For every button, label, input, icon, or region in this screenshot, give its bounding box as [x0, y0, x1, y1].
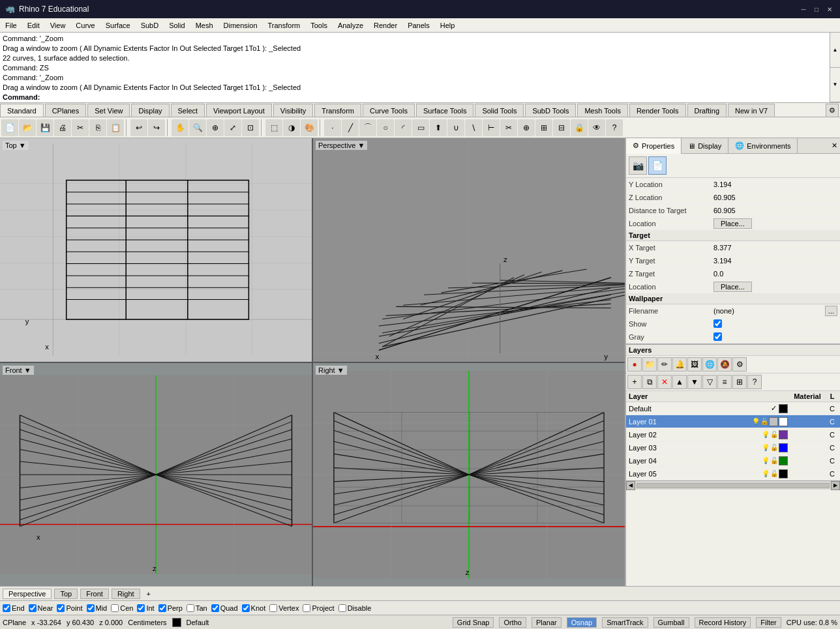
snap-knot-checkbox[interactable] [242, 604, 250, 612]
line-icon[interactable]: ╱ [342, 119, 359, 136]
print-icon[interactable]: 🖨 [54, 119, 71, 136]
menu-view[interactable]: View [45, 20, 71, 31]
menu-panels[interactable]: Panels [402, 20, 435, 31]
ungroup-icon[interactable]: ⊟ [553, 119, 570, 136]
snap-mid-label[interactable]: Mid [96, 604, 108, 612]
layer-01-color[interactable] [769, 417, 778, 426]
viewport-top-label[interactable]: Top ▼ [3, 141, 29, 150]
paste-icon[interactable]: 📋 [107, 119, 124, 136]
trim-icon[interactable]: ✂ [500, 119, 517, 136]
lock-icon[interactable]: 🔒 [571, 119, 588, 136]
menu-transform[interactable]: Transform [263, 20, 306, 31]
layer-02-bulb-icon[interactable]: 💡 [762, 431, 770, 438]
arc-icon[interactable]: ◜ [395, 119, 412, 136]
shade-icon[interactable]: ◑ [283, 119, 300, 136]
snap-project-label[interactable]: Project [312, 604, 334, 612]
layers-properties[interactable]: ⊞ [732, 375, 747, 389]
camera-icon-button[interactable]: 📷 [629, 156, 647, 175]
layer-row-04[interactable]: Layer 04 💡 🔓 C [626, 454, 840, 467]
viewport-front[interactable]: Front ▼ [0, 363, 312, 587]
panel-h-scroll-left[interactable]: ◀ [626, 481, 635, 490]
snap-near-checkbox[interactable] [29, 604, 37, 612]
layers-tool-image[interactable]: 🖼 [687, 357, 702, 372]
snap-point-checkbox[interactable] [57, 604, 65, 612]
layers-duplicate[interactable]: ⧉ [642, 375, 657, 389]
minimize-button[interactable]: ─ [798, 4, 809, 14]
panel-h-scroll-track[interactable] [637, 483, 830, 488]
tab-visibility[interactable]: Visibility [273, 104, 314, 117]
layer-04-color[interactable] [779, 456, 788, 465]
tab-select[interactable]: Select [171, 104, 205, 117]
snap-perp-label[interactable]: Perp [168, 604, 183, 612]
help-toolbar-icon[interactable]: ? [606, 119, 623, 136]
menu-render[interactable]: Render [368, 20, 402, 31]
layer-row-01[interactable]: Layer 01 💡 🔓 C [626, 415, 840, 428]
layers-tool-bell[interactable]: 🔔 [672, 357, 687, 372]
layer-04-bulb-icon[interactable]: 💡 [762, 457, 770, 464]
layer-02-lock-icon[interactable]: 🔓 [770, 431, 778, 438]
extrude-icon[interactable]: ⬆ [430, 119, 447, 136]
layers-tool-globe[interactable]: 🌐 [702, 357, 717, 372]
menu-edit[interactable]: Edit [22, 20, 45, 31]
booldiff-icon[interactable]: ∖ [465, 119, 482, 136]
show-icon[interactable]: 👁 [588, 119, 605, 136]
viewport-perspective[interactable]: Perspective ▼ [313, 138, 625, 362]
snap-knot-label[interactable]: Knot [251, 604, 266, 612]
layer-05-lock-icon[interactable]: 🔓 [770, 470, 778, 477]
tab-environments[interactable]: 🌐 Environments [728, 138, 798, 154]
copy-icon[interactable]: ⎘ [89, 119, 106, 136]
viewport-top[interactable]: Top ▼ [0, 138, 312, 362]
snap-disable-label[interactable]: Disable [348, 604, 372, 612]
layers-tool-red[interactable]: ● [627, 357, 642, 372]
layers-sublayers[interactable]: ≡ [717, 375, 732, 389]
snap-vertex-checkbox[interactable] [269, 604, 277, 612]
snap-int-label[interactable]: Int [146, 604, 154, 612]
filename-browse-button[interactable]: ... [825, 306, 837, 316]
smarttrack-button[interactable]: SmartTrack [602, 617, 648, 628]
save-icon[interactable]: 💾 [37, 119, 53, 136]
join-icon[interactable]: ⊕ [518, 119, 535, 136]
maximize-button[interactable]: □ [811, 4, 822, 14]
tab-solid-tools[interactable]: Solid Tools [475, 104, 524, 117]
menu-tools[interactable]: Tools [305, 20, 333, 31]
layers-move-up[interactable]: ▲ [672, 375, 687, 389]
tab-drafting[interactable]: Drafting [687, 104, 727, 117]
menu-subd[interactable]: SubD [136, 20, 164, 31]
zoom-all-icon[interactable]: ⊕ [207, 119, 224, 136]
vp-tab-perspective[interactable]: Perspective [3, 589, 52, 599]
layer-04-lock-icon[interactable]: 🔓 [770, 457, 778, 464]
menu-dimension[interactable]: Dimension [218, 20, 263, 31]
snap-end-label[interactable]: End [12, 604, 25, 612]
toolbar-settings-button[interactable]: ⚙ [826, 104, 839, 117]
redo-icon[interactable]: ↪ [148, 119, 165, 136]
tab-render-tools[interactable]: Render Tools [629, 104, 686, 117]
osnap-button[interactable]: Osnap [567, 617, 597, 628]
menu-file[interactable]: File [0, 20, 22, 31]
cmd-scroll-down[interactable]: ▼ [830, 68, 840, 103]
record-history-button[interactable]: Record History [695, 617, 751, 628]
snap-tan-label[interactable]: Tan [196, 604, 207, 612]
rect-icon[interactable]: ▭ [412, 119, 429, 136]
tab-display[interactable]: 🖥 Display [682, 138, 728, 154]
pan-icon[interactable]: ✋ [172, 119, 188, 136]
vp-tab-add-button[interactable]: + [143, 589, 155, 598]
tab-new-v7[interactable]: New in V7 [728, 104, 775, 117]
tab-properties[interactable]: ⚙ Properties [626, 138, 682, 154]
layers-delete[interactable]: ✕ [657, 375, 672, 389]
grid-snap-button[interactable]: Grid Snap [453, 617, 494, 628]
layer-01-color2[interactable] [779, 417, 788, 426]
layers-help[interactable]: ? [747, 375, 762, 389]
layer-05-color[interactable] [779, 469, 788, 478]
snap-point-label[interactable]: Point [66, 604, 82, 612]
viewport-perspective-label[interactable]: Perspective ▼ [316, 141, 367, 150]
layer-02-color[interactable] [779, 430, 788, 439]
tab-transform[interactable]: Transform [314, 104, 361, 117]
vp-tab-top[interactable]: Top [54, 589, 78, 599]
menu-solid[interactable]: Solid [164, 20, 190, 31]
snap-int-checkbox[interactable] [137, 604, 145, 612]
polyline-icon[interactable]: ⌒ [359, 119, 376, 136]
menu-surface[interactable]: Surface [100, 20, 136, 31]
snap-near-label[interactable]: Near [38, 604, 53, 612]
target-location-place-button[interactable]: Place... [713, 282, 752, 292]
snap-perp-checkbox[interactable] [158, 604, 166, 612]
